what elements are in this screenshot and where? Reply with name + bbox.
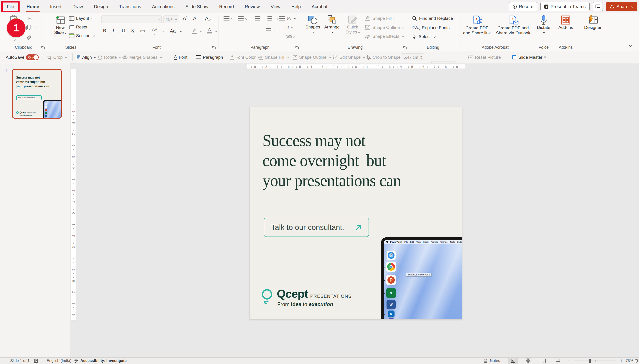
decrease-indent-button[interactable]: ← (252, 16, 260, 21)
comments-button[interactable] (593, 2, 603, 11)
new-slide-button[interactable]: New Slide (52, 15, 68, 35)
align-text-button[interactable]: [↕] (286, 25, 293, 30)
font-dialog-button[interactable]: A Font (174, 51, 187, 63)
decrease-font-size-button[interactable]: Aˇ (193, 16, 197, 22)
present-in-teams-button[interactable]: T Present in Teams (540, 2, 589, 11)
menu-item-review[interactable]: Review (239, 0, 265, 13)
character-spacing-chevron-icon[interactable] (164, 30, 165, 32)
toolbar-overflow-button[interactable] (544, 51, 546, 63)
slide-sorter-icon (526, 358, 530, 363)
paragraph-dialog-launcher[interactable] (296, 46, 299, 50)
slide-editing-area[interactable]: Success may notcome overnight butyour pr… (250, 107, 462, 320)
voice-group-label: Voice (534, 45, 553, 50)
zoom-in-button[interactable]: + (620, 358, 623, 364)
dictate-button[interactable]: Dictate (536, 15, 552, 34)
autosave-toggle[interactable]: AutoSave On (6, 51, 39, 63)
reset-button[interactable]: Reset (69, 24, 88, 30)
clear-formatting-button[interactable]: A◇ (205, 16, 211, 22)
laptop-picture[interactable]: PowerPointFileEditViewInsertFormatArrang… (381, 237, 462, 320)
designer-button[interactable]: Designer (582, 15, 603, 30)
slideshow-view-button[interactable] (553, 358, 563, 364)
autosave-switch[interactable]: On (26, 54, 39, 60)
ribbon-group-paragraph: ← → ↕ ↓A↓ [↕] Paragraph (220, 13, 300, 51)
create-pdf-share-link-button[interactable]: λ Create PDF and Share link (460, 15, 494, 36)
menu-item-slide-show[interactable]: Slide Show (180, 0, 214, 13)
menu-item-home[interactable]: Home (21, 0, 44, 13)
font-color-button[interactable]: A (207, 27, 212, 34)
zoom-slider-thumb[interactable] (589, 359, 591, 363)
character-spacing-button[interactable]: AV↔ (152, 27, 157, 36)
replace-fonts-button[interactable]: ↻AA Replace Fonts (412, 25, 450, 30)
copy-chevron-icon[interactable] (36, 26, 37, 28)
menu-item-help[interactable]: Help (286, 0, 306, 13)
zoom-level[interactable]: 75% (626, 358, 633, 364)
menu-item-view[interactable]: View (265, 0, 286, 13)
bullets-button[interactable] (224, 16, 233, 21)
notes-button[interactable]: Notes (483, 358, 500, 364)
menu-item-animations[interactable]: Animations (146, 0, 180, 13)
language-button[interactable]: English (India) (47, 358, 72, 364)
ribbon-group-addins: Add-ins Add-ins (555, 13, 576, 51)
strikethrough-button[interactable]: ab (140, 28, 145, 34)
menu-item-design[interactable]: Design (88, 0, 114, 13)
record-button[interactable]: Record (509, 2, 537, 11)
increase-indent-button[interactable]: → (264, 16, 272, 21)
highlight-chevron-icon[interactable] (200, 30, 202, 32)
columns-button[interactable] (266, 28, 275, 32)
menu-item-transitions[interactable]: Transitions (114, 0, 146, 13)
shapes-button[interactable]: Shapes (304, 15, 321, 34)
reading-view-button[interactable] (538, 358, 548, 364)
cta-button-shape[interactable]: Talk to our consultant. (264, 218, 369, 237)
create-pdf-outlook-button[interactable]: λ Create PDF and Share via Outlook (495, 15, 531, 36)
slide-master-button[interactable]: Slide Master (512, 51, 542, 63)
layout-button[interactable]: Layout (69, 16, 93, 21)
section-button[interactable]: Section (69, 33, 95, 38)
zoom-slider-track[interactable] (574, 360, 616, 361)
font-color-chevron-icon[interactable] (215, 30, 217, 32)
increase-font-size-button[interactable]: Aˆ (182, 16, 187, 22)
format-painter-button[interactable] (26, 34, 32, 40)
fit-to-window-button[interactable] (634, 358, 638, 364)
select-button[interactable]: Select (412, 34, 436, 39)
numbering-button[interactable] (238, 16, 247, 21)
normal-view-button[interactable] (508, 358, 518, 364)
paragraph-dialog-button[interactable]: Paragraph (196, 51, 223, 63)
menu-item-insert[interactable]: Insert (44, 0, 67, 13)
find-replace-button[interactable]: Find and Replace (412, 16, 453, 21)
menu-item-file[interactable]: File (1, 1, 20, 12)
drawing-dialog-launcher[interactable] (404, 46, 406, 50)
menu-item-draw[interactable]: Draw (67, 0, 88, 13)
change-case-chevron-icon[interactable] (180, 30, 182, 32)
zoom-out-button[interactable]: − (567, 358, 570, 364)
ruler-number: 1 (72, 199, 75, 205)
text-highlight-button[interactable] (191, 27, 198, 34)
bold-button[interactable]: B (103, 28, 106, 34)
align-button[interactable]: Align (76, 51, 96, 63)
text-shadow-button[interactable]: S (131, 28, 134, 34)
text-direction-button[interactable]: ↓A↓ (286, 16, 296, 21)
collapse-ribbon-icon[interactable] (629, 44, 632, 47)
convert-smartart-button[interactable] (286, 34, 294, 39)
italic-button[interactable]: I (112, 28, 114, 34)
share-button[interactable]: Share (606, 2, 637, 11)
slide-sorter-view-button[interactable] (523, 358, 533, 364)
clipboard-dialog-launcher[interactable] (42, 46, 44, 50)
arrange-button[interactable]: Arrange (323, 15, 341, 34)
spellcheck-button[interactable] (34, 358, 38, 364)
shape-fill-label: Shape Fill (372, 16, 392, 21)
outlook-app-icon: O (388, 310, 394, 317)
cut-button[interactable]: ✂ (27, 16, 33, 22)
change-case-button[interactable]: Aa (170, 28, 176, 34)
copy-button[interactable] (26, 24, 32, 30)
menu-item-acrobat[interactable]: Acrobat (306, 0, 333, 13)
menu-item-record[interactable]: Record (214, 0, 239, 13)
addins-button[interactable]: Add-ins (557, 15, 574, 30)
font-dialog-launcher[interactable] (212, 46, 216, 50)
ruler-tick (72, 108, 74, 108)
accessibility-button[interactable]: Accessibility: Investigate (74, 358, 126, 364)
ruler-number: 6 (72, 278, 75, 284)
slide-title-textbox[interactable]: Success may notcome overnight butyour pr… (262, 131, 458, 190)
thumbnail-slide-number: 1 (4, 68, 8, 74)
slide-1-thumbnail[interactable]: Success may notcome overnight butyour pr… (12, 69, 62, 118)
underline-button[interactable]: U (122, 28, 125, 34)
